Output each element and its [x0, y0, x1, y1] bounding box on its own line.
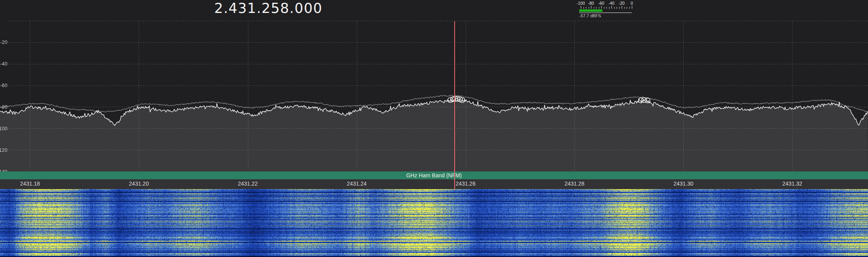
frequency-tick-label: 2431.26	[448, 180, 483, 187]
db-tick-label: -80	[0, 104, 7, 110]
waterfall[interactable]	[0, 189, 868, 257]
frequency-tick-label: 2431.20	[121, 180, 156, 187]
frequency-tick-label: 2431.22	[230, 180, 266, 187]
frequency-tick-label: 2431.32	[774, 180, 810, 187]
frequency-tick-label: 2431.30	[666, 180, 701, 187]
db-tick-label: -20	[0, 39, 7, 45]
tuning-indicator[interactable]	[454, 21, 455, 190]
db-tick-label: -40	[0, 61, 7, 67]
db-tick-label: -120	[0, 147, 7, 153]
spectrum-plot[interactable]	[0, 0, 868, 171]
db-tick-label: -60	[0, 82, 7, 88]
frequency-tick-label: 2431.28	[557, 180, 592, 187]
band-plan-label: GHz Ham Band (NFM)	[0, 171, 868, 179]
frequency-tick-label: 2431.18	[12, 180, 48, 187]
frequency-tick-label: 2431.24	[339, 180, 374, 187]
frequency-axis: 2431.182431.202431.222431.242431.262431.…	[0, 179, 868, 189]
db-tick-label: -100	[0, 126, 7, 131]
sdr-app: 2.431.258.000 -100-80-60-40-200 -57.7 dB…	[0, 0, 868, 257]
band-plan-bar[interactable]: GHz Ham Band (NFM)	[0, 171, 868, 179]
